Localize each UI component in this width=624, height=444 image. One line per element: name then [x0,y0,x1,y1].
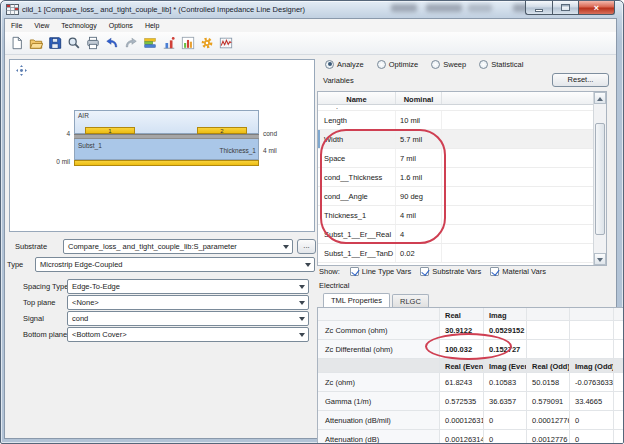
bar-chart-icon[interactable] [179,34,196,53]
scrollbar-thumb[interactable] [595,123,605,235]
cell-value: 0.00012776 [527,411,570,429]
variable-row-subst_1__er__real[interactable]: Subst_1__Er__Real4 [318,225,606,244]
variable-name[interactable]: Thickness_1 [318,206,396,224]
variable-row-subst_1__er__tand[interactable]: Subst_1__Er__TanD0.02 [318,244,606,263]
cell-value: Imag [484,308,527,320]
bottom-plane-dropdown[interactable]: <Bottom Cover> [67,327,309,342]
variable-row-length[interactable]: Length10 mil [318,111,606,130]
thickness-value: 4 mil [263,147,277,154]
new-file-icon[interactable] [8,34,25,53]
variable-row-cond__thickness[interactable]: cond__Thickness1.6 mil [318,168,606,187]
variable-nominal[interactable]: 4 mil [396,206,442,224]
top-plane-dropdown[interactable]: <None> [67,295,309,310]
print-icon[interactable] [84,34,101,53]
column-header-name[interactable]: Name [318,92,396,104]
type-dropdown-value: Microstrip Edge-Coupled [40,260,123,269]
cell-value: 0 [484,411,527,429]
save-icon[interactable] [46,34,63,53]
row-label [318,308,440,320]
cell-value [527,340,570,358]
type-dropdown[interactable]: Microstrip Edge-Coupled [35,257,315,272]
menu-options[interactable]: Options [103,22,139,29]
cell-value: 0.000126314 [440,411,484,429]
menu-technology[interactable]: Technology [55,22,102,29]
checkbox-line-type-vars[interactable]: Line Type Vars [350,267,411,276]
variable-row-space[interactable]: Space7 mil [318,149,606,168]
tab-tml-properties[interactable]: TML Properties [323,293,390,307]
variable-row-thickness_1[interactable]: Thickness_14 mil [318,206,606,225]
variable-name[interactable]: cond__Thickness [318,168,396,186]
variable-name[interactable]: Subst_1__Er__TanD [318,244,396,262]
settings-gear-icon[interactable] [198,34,215,53]
variable-nominal[interactable]: 7 mil [396,149,442,167]
variable-name[interactable]: Width [318,130,396,148]
checkbox-label: Line Type Vars [362,267,411,276]
mode-radio-optimize[interactable]: Optimize [377,60,419,69]
variable-nominal[interactable]: 1.6 mil [396,168,442,186]
variable-name[interactable]: Space [318,149,396,167]
redo-icon[interactable] [122,34,139,53]
signal-dropdown[interactable]: cond [67,311,309,326]
mode-radio-analyze[interactable]: Analyze [325,60,364,69]
cell-value [614,340,624,358]
variable-nominal[interactable]: 90 deg [396,187,442,205]
radio-icon [431,60,440,69]
substrate-label: Subst_1 [78,142,102,149]
variable-nominal[interactable]: 4 [396,225,442,243]
tab-rlgc[interactable]: RLGC [392,294,429,307]
cell-value: 50.0158 [527,373,570,391]
menu-help[interactable]: Help [139,22,165,29]
trace-1[interactable]: 1 [85,127,135,134]
table-header-row: RealImag [318,308,624,321]
checkbox-material-vars[interactable]: Material Vars [490,267,546,276]
minimize-button[interactable] [525,1,552,15]
mode-radio-statistical[interactable]: Statistical [479,60,523,69]
substrate-dropdown[interactable]: Compare_loss_ and_tight_couple_lib:S_par… [63,239,293,254]
variable-row-cond__angle[interactable]: cond__Angle90 deg [318,187,606,206]
spacing-type-dropdown[interactable]: Edge-To-Edge [67,279,309,294]
open-folder-icon[interactable] [27,34,44,53]
row-label: Gamma (1/m) [318,392,440,410]
zoom-icon[interactable] [65,34,82,53]
cell-value [614,321,624,339]
maximize-button[interactable] [552,1,578,15]
cell-value: 0.10583 [484,373,527,391]
checkbox-substrate-vars[interactable]: Substrate Vars [420,267,481,276]
variable-nominal[interactable]: 10 mil [396,111,442,129]
variable-spacer [442,225,606,243]
variable-name[interactable]: cond__Angle [318,187,396,205]
undo-icon[interactable] [103,34,120,53]
cross-section-canvas[interactable]: AIR 1 2 Subst_1 4 cond Thickness_1 4 mil… [9,59,315,232]
variable-spacer [442,168,606,186]
bottom-conductor-layer[interactable] [74,160,259,166]
stackup-icon[interactable] [141,34,158,53]
title-bar[interactable]: cild_1 [Compare_loss_ and_tight_couple_l… [1,1,623,18]
mode-radio-sweep[interactable]: Sweep [431,60,466,69]
variable-nominal[interactable]: 5.7 mil [396,130,442,148]
reset-button[interactable]: Reset... [552,73,609,87]
variable-row-width[interactable]: Width5.7 mil [318,130,606,149]
menu-bar: FileViewTechnologyOptionsHelp [5,19,616,32]
menu-view[interactable]: View [28,22,55,29]
variable-name[interactable]: Subst_1__Er__Real [318,225,396,243]
table-row: Zc Common (ohm)30.91220.0529152 [318,321,624,340]
trace-2[interactable]: 2 [197,127,247,134]
waveform-plot-icon[interactable] [217,34,234,53]
column-header-nominal[interactable]: Nominal [396,92,442,104]
substrate-browse-button[interactable]: ... [297,239,316,254]
scroll-down-button[interactable] [594,253,606,265]
menu-file[interactable]: File [5,22,28,29]
variables-scrollbar[interactable] [593,92,606,265]
substrate-dropdown-value: Compare_loss_ and_tight_couple_lib:S_par… [68,242,237,251]
cell-value: Real [440,308,484,320]
optimize-chart-icon[interactable] [160,34,177,53]
close-button[interactable]: × [578,1,615,15]
table-row: Attenuation (dB)0.0012631400.00127760 [318,430,624,444]
variable-name[interactable]: Length [318,111,396,129]
cell-value: 0.572535 [440,392,484,410]
scroll-up-button[interactable] [594,92,606,104]
chevron-down-icon [283,245,289,249]
pan-icon[interactable] [16,65,27,76]
variable-nominal[interactable]: 0.02 [396,244,442,262]
cell-value [527,321,570,339]
